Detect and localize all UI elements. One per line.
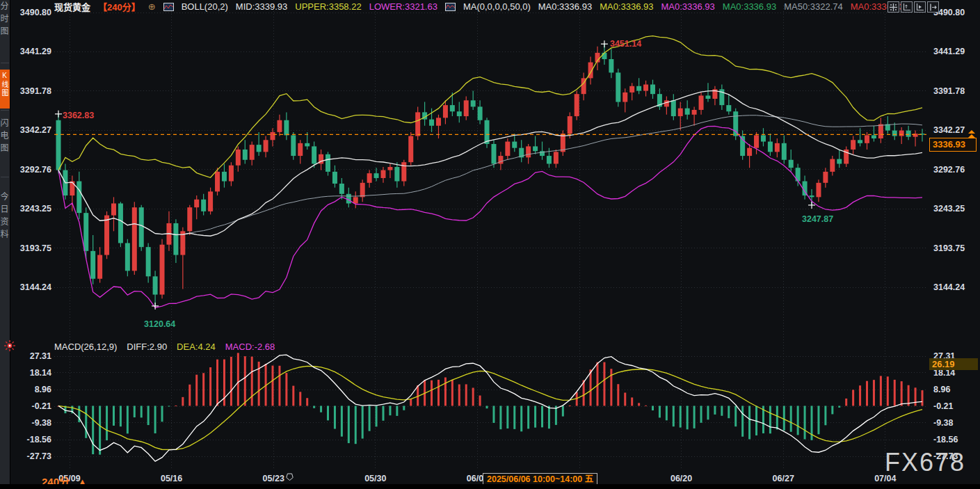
svg-text:-9.38: -9.38 xyxy=(933,418,954,428)
svg-text:3144.24: 3144.24 xyxy=(20,282,51,292)
svg-text:3441.29: 3441.29 xyxy=(20,47,51,56)
sidebar-divider xyxy=(1,110,9,111)
svg-text:3193.75: 3193.75 xyxy=(20,243,51,253)
svg-text:3120.64: 3120.64 xyxy=(144,319,175,329)
macd-histogram xyxy=(58,353,924,454)
instrument-name: 现货黄金 xyxy=(54,0,90,13)
svg-text:3144.24: 3144.24 xyxy=(933,282,965,292)
svg-text:8.96: 8.96 xyxy=(933,385,950,394)
ma-indicator-icon[interactable] xyxy=(445,3,456,11)
event-marker-icon[interactable] xyxy=(285,472,294,484)
macd-value: MACD:-2.68 xyxy=(225,342,275,352)
bottom-strip xyxy=(0,484,980,489)
svg-text:06/20: 06/20 xyxy=(670,474,692,483)
macd-dea-value: DEA:4.24 xyxy=(177,342,216,352)
ma-value-1: MA0:3336.93 xyxy=(538,1,592,12)
svg-text:3292.76: 3292.76 xyxy=(933,165,965,175)
period-label: 【240分】 xyxy=(98,0,140,13)
boll-label: BOLL(20,2) xyxy=(182,1,228,12)
svg-text:3451.14: 3451.14 xyxy=(610,39,641,49)
chart-toolbar xyxy=(887,1,939,13)
svg-text:3292.76: 3292.76 xyxy=(20,165,51,175)
svg-text:-18.56: -18.56 xyxy=(933,435,958,444)
sidebar-divider xyxy=(1,177,9,177)
svg-text:-27.73: -27.73 xyxy=(933,451,958,461)
svg-text:3441.29: 3441.29 xyxy=(933,47,965,56)
pan-right-icon[interactable] xyxy=(927,1,939,13)
svg-text:-27.73: -27.73 xyxy=(27,451,51,461)
candlestick-chart-canvas[interactable]: 3362.833451.143120.643247.873490.803490.… xyxy=(0,0,980,489)
svg-text:3342.27: 3342.27 xyxy=(933,125,965,135)
svg-text:07/04: 07/04 xyxy=(874,474,896,483)
svg-text:18.14: 18.14 xyxy=(30,368,51,378)
svg-text:3243.25: 3243.25 xyxy=(933,204,965,214)
macd-value-tag: 26.19 xyxy=(929,358,978,370)
ma-value-4: MA0:3336.93 xyxy=(723,1,776,12)
live-alert-icon[interactable] xyxy=(3,339,16,355)
left-sidebar: 分时图K线图闪电图今日资料 xyxy=(0,0,10,484)
svg-text:3391.78: 3391.78 xyxy=(20,86,51,96)
svg-text:-0.21: -0.21 xyxy=(933,401,954,411)
svg-text:-0.21: -0.21 xyxy=(32,401,52,411)
axis-zoom-icon[interactable] xyxy=(901,1,913,13)
svg-text:3490.80: 3490.80 xyxy=(20,8,51,17)
trading-chart-window: 3362.833451.143120.643247.873490.803490.… xyxy=(0,0,980,489)
svg-text:3362.83: 3362.83 xyxy=(63,111,94,120)
svg-text:05/16: 05/16 xyxy=(161,474,182,483)
svg-text:05/23: 05/23 xyxy=(263,474,284,483)
svg-text:3243.25: 3243.25 xyxy=(20,204,51,214)
add-indicator-icon[interactable]: ⊕ xyxy=(148,2,156,11)
ma-label: MA(0,0,0,0,50,0) xyxy=(463,1,531,12)
ma-value-5: MA50:3322.74 xyxy=(784,1,843,12)
svg-text:3247.87: 3247.87 xyxy=(802,214,833,224)
svg-text:-9.38: -9.38 xyxy=(32,418,52,428)
svg-text:3193.75: 3193.75 xyxy=(933,243,965,253)
boll-indicator-icon[interactable] xyxy=(163,3,174,11)
svg-text:3391.78: 3391.78 xyxy=(933,86,965,96)
svg-text:05/30: 05/30 xyxy=(364,474,386,483)
scroll-to-latest-icon[interactable] xyxy=(967,129,977,142)
boll-mid-value: MID:3339.93 xyxy=(236,1,287,12)
ma-values: MA0:3336.93MA0:3336.93MA0:3336.93MA0:333… xyxy=(538,1,904,12)
ma-value-3: MA0:3336.93 xyxy=(661,1,714,12)
macd-lines xyxy=(58,355,922,461)
sidebar-item-1[interactable]: 分时图 xyxy=(0,1,10,57)
boll-upper-value: UPPER:3358.22 xyxy=(295,1,361,12)
macd-header: MACD(26,12,9) DIFF:2.90 DEA:4.24 MACD:-2… xyxy=(54,342,275,352)
sidebar-item-4[interactable]: 今日资料 xyxy=(0,192,10,267)
sidebar-divider xyxy=(1,63,9,63)
axis-play-icon[interactable] xyxy=(914,1,926,13)
candlestick-series xyxy=(56,44,925,306)
sidebar-item-3[interactable]: 闪电图 xyxy=(0,118,10,171)
svg-text:-18.56: -18.56 xyxy=(27,435,51,444)
chart-header-legend: 现货黄金 【240分】 ⊕ BOLL(20,2) MID:3339.93 UPP… xyxy=(54,1,904,13)
crosshair-move-icon[interactable] xyxy=(887,1,899,13)
svg-text:3342.27: 3342.27 xyxy=(20,125,51,135)
svg-text:06/27: 06/27 xyxy=(773,474,794,483)
sidebar-item-2[interactable]: K线图 xyxy=(0,70,10,109)
ma-value-2: MA0:3336.93 xyxy=(600,1,653,12)
macd-title: MACD(26,12,9) xyxy=(54,342,117,352)
boll-ma-lines xyxy=(58,36,922,308)
svg-text:27.31: 27.31 xyxy=(30,351,51,361)
boll-lower-value: LOWER:3321.63 xyxy=(369,1,437,12)
svg-text:8.96: 8.96 xyxy=(35,385,51,394)
macd-diff-value: DIFF:2.90 xyxy=(127,342,167,352)
